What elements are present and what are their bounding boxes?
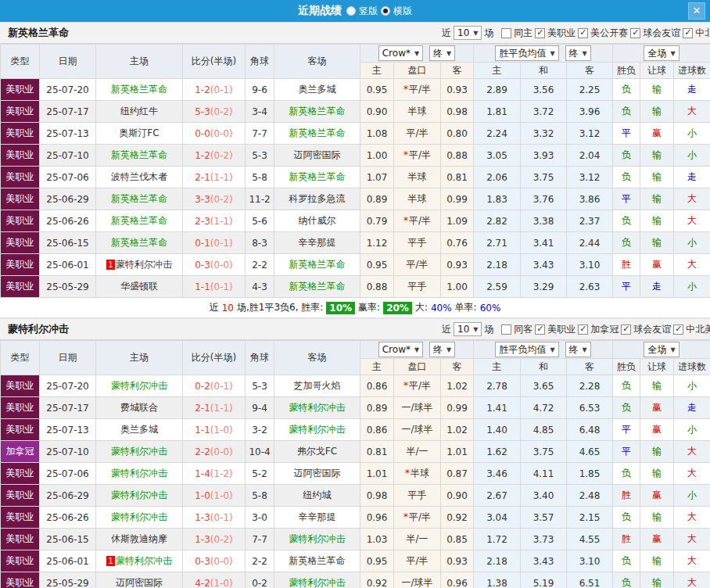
fulltime-score: 0-1 xyxy=(195,238,210,249)
fulltime-score: 1-2 xyxy=(195,150,210,161)
odds-away: 0.96 xyxy=(441,572,474,588)
same-venue-checkbox[interactable] xyxy=(501,28,511,38)
home-team: 新英格兰革命 xyxy=(96,79,183,101)
odds-handicap: 半/一 xyxy=(394,441,441,463)
league-type-badge: 美职业 xyxy=(1,188,40,210)
bookmaker-select-value: Crow* xyxy=(382,48,411,59)
league-checkbox-1[interactable] xyxy=(578,324,588,335)
final-select-2-value: 终 xyxy=(569,343,579,357)
recent-matches-table: 类型日期主场比分(半场)角球客场Crow*▼终▼胜平负均值▼终▼全场▼主盘口客主… xyxy=(0,44,710,298)
vertical-layout-radio[interactable] xyxy=(346,6,356,16)
league-type-badge: 美职业 xyxy=(1,167,40,188)
corner-count: 3-0 xyxy=(246,507,274,529)
league-checkbox-0[interactable] xyxy=(535,28,545,38)
match-date: 25-06-15 xyxy=(40,529,96,550)
odds-away: 1.09 xyxy=(441,210,474,232)
result-handicap: 输 xyxy=(640,210,674,232)
league-checkbox-2[interactable] xyxy=(630,28,640,38)
sub-header-6: 胜负 xyxy=(613,63,640,79)
home-team: 蒙特利尔冲击 xyxy=(96,463,183,485)
league-checkbox-3[interactable] xyxy=(683,28,693,38)
final-select-1[interactable]: 终▼ xyxy=(429,45,455,61)
match-row: 美职业25-07-17纽约红牛5-3(0-2)3-4新英格兰革命0.90半球0.… xyxy=(1,101,710,123)
scope-select[interactable]: 全场▼ xyxy=(644,45,679,61)
league-type-badge: 美职业 xyxy=(1,507,40,529)
avg-away: 2.63 xyxy=(567,276,613,298)
odds-away: 0.99 xyxy=(441,188,474,210)
avg-away: 2.48 xyxy=(567,485,613,507)
same-venue-checkbox[interactable] xyxy=(501,324,511,335)
halftime-score: (0-0) xyxy=(210,446,233,457)
halftime-score: (1-0) xyxy=(210,490,233,501)
match-date: 25-07-06 xyxy=(40,463,96,485)
avg-draw: 3.73 xyxy=(521,529,567,550)
result-handicap: 赢 xyxy=(640,397,674,419)
col-header-2: 主场 xyxy=(96,341,183,375)
match-row: 美职业25-07-13奥斯汀FC0-0(0-0)7-7新英格兰革命1.08平/半… xyxy=(1,123,710,145)
match-count-select[interactable]: 10▼ xyxy=(454,322,482,336)
close-icon[interactable]: ✕ xyxy=(688,2,705,20)
same-venue-label: 同客 xyxy=(514,323,532,336)
league-checkbox-2[interactable] xyxy=(621,324,631,335)
away-team: 新英格兰革命 xyxy=(274,550,360,572)
avg-home: 2.67 xyxy=(474,485,521,507)
final-select-2[interactable]: 终▼ xyxy=(565,45,591,61)
final-select-2[interactable]: 终▼ xyxy=(565,342,591,357)
score: 0-3(0-0) xyxy=(183,550,246,572)
score: 2-1(1-1) xyxy=(183,397,246,419)
avg-draw: 3.43 xyxy=(521,254,567,276)
sub-header-6: 胜负 xyxy=(613,359,640,375)
handicap-rate-badge: 20% xyxy=(383,302,412,314)
result-wdl: 负 xyxy=(613,79,640,101)
league-checkbox-1[interactable] xyxy=(578,28,588,38)
away-team: 蒙特利尔冲击 xyxy=(274,397,360,419)
handicap-rate-label: 赢率: xyxy=(358,301,380,314)
match-date: 25-06-26 xyxy=(40,507,96,529)
result-wdl: 负 xyxy=(613,167,640,188)
summary-bar: 近10场,胜1平3负6, 胜率:10%赢率:20%大:40%单率:60% xyxy=(0,298,710,318)
away-team: 迈阿密国际 xyxy=(274,463,360,485)
score: 1-2(0-2) xyxy=(183,145,246,167)
odds-away: 1.02 xyxy=(441,375,474,397)
corner-count: 11-2 xyxy=(246,188,274,210)
result-handicap: 输 xyxy=(640,550,674,572)
halftime-score: (0-1) xyxy=(210,512,233,523)
result-handicap: 赢 xyxy=(640,419,674,441)
sub-header-1: 盘口 xyxy=(394,359,441,375)
fulltime-score: 2-1 xyxy=(195,172,210,183)
scope-select[interactable]: 全场▼ xyxy=(644,342,679,357)
league-checkbox-3[interactable] xyxy=(673,324,683,335)
result-wdl: 平 xyxy=(613,276,640,298)
same-venue-label: 同主 xyxy=(514,27,532,40)
score: 1-0(1-0) xyxy=(183,485,246,507)
avg-odds-select[interactable]: 胜平负均值▼ xyxy=(495,45,558,61)
bookmaker-select[interactable]: Crow*▼ xyxy=(378,342,423,357)
away-team: 迈阿密国际 xyxy=(274,145,360,167)
odds-home: 0.81 xyxy=(360,441,394,463)
final-select-1[interactable]: 终▼ xyxy=(429,342,455,357)
filter-bar: 近10▼场 同客美职业加拿冠球会友谊中北美杯 xyxy=(442,322,710,336)
fulltime-score: 2-1 xyxy=(195,403,210,414)
result-wdl: 平 xyxy=(613,123,640,145)
home-team: 奥斯汀FC xyxy=(96,123,183,145)
avg-odds-select-value: 胜平负均值 xyxy=(499,47,546,60)
avg-away: 4.65 xyxy=(567,441,613,463)
horizontal-layout-radio[interactable] xyxy=(381,6,390,16)
match-date: 25-07-10 xyxy=(40,145,96,167)
avg-draw: 3.75 xyxy=(521,167,567,188)
score: 1-3(0-2) xyxy=(183,529,246,550)
result-goals: 小 xyxy=(674,485,710,507)
score: 2-3(1-1) xyxy=(183,210,246,232)
avg-odds-select[interactable]: 胜平负均值▼ xyxy=(495,342,558,357)
result-handicap: 输 xyxy=(640,232,674,254)
avg-dropdown-cell: 胜平负均值▼终▼ xyxy=(474,341,613,359)
result-goals: 小 xyxy=(674,419,710,441)
avg-away: 3.96 xyxy=(567,101,613,123)
result-handicap: 输 xyxy=(640,188,674,210)
bookmaker-select[interactable]: Crow*▼ xyxy=(378,45,423,61)
match-date: 25-07-17 xyxy=(40,101,96,123)
league-checkbox-0[interactable] xyxy=(535,324,545,335)
sub-header-2: 客 xyxy=(441,359,474,375)
chevron-down-icon: ▼ xyxy=(414,50,419,57)
match-count-select[interactable]: 10▼ xyxy=(454,26,482,40)
